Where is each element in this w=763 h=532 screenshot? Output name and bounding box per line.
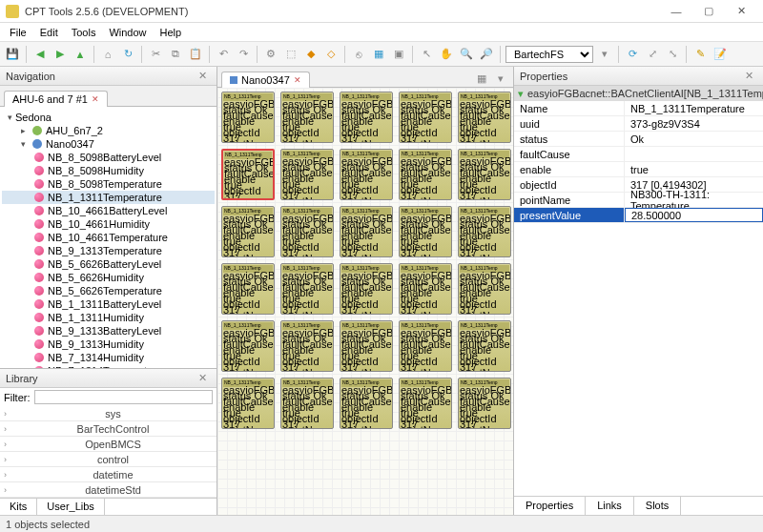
canvas-menu-icon[interactable]: ▾ xyxy=(492,70,509,87)
library-item[interactable]: ›OpenBMCS xyxy=(0,437,217,452)
menu-help[interactable]: Help xyxy=(155,25,188,40)
canvas-block[interactable]: NB_1_1311TempeasyioFGBacnet::BAstatus Ok… xyxy=(221,320,275,372)
canvas-block[interactable]: NB_1_1311TempeasyioFGBacnet::BAstatus Ok… xyxy=(340,149,393,200)
close-button[interactable]: ✕ xyxy=(725,1,757,22)
tree-item[interactable]: NB_10_4661Humidity xyxy=(2,217,215,231)
pointer-icon[interactable]: ↖ xyxy=(418,46,435,63)
canvas-block[interactable]: NB_1_1311TempeasyioFGBacnet::BAstatus Ok… xyxy=(280,92,334,143)
property-value[interactable] xyxy=(625,147,763,161)
note-icon[interactable]: 📝 xyxy=(711,46,729,63)
canvas-block[interactable]: NB_1_1311TempeasyioFGBacnet::BAstatus Ok… xyxy=(340,320,393,372)
tree-item[interactable]: NB_9_1313Humidity xyxy=(2,338,215,351)
home-icon[interactable]: ⌂ xyxy=(99,46,116,63)
canvas-block[interactable]: NB_1_1311TempeasyioFGBacnet::BAstatus Ok… xyxy=(221,206,275,257)
menu-edit[interactable]: Edit xyxy=(34,25,64,40)
canvas-block[interactable]: NB_1_1311TempeasyioFGBacnet::BAstatus Ok… xyxy=(280,149,334,200)
canvas-block[interactable]: NB_1_1311TempeasyioFGBacnet::BAstatus Ok… xyxy=(399,149,452,200)
tree-item[interactable]: NB_7_1314Humidity xyxy=(2,351,215,364)
link-icon[interactable]: ⎋ xyxy=(350,46,367,63)
property-value[interactable]: Ok xyxy=(625,132,763,146)
canvas-block[interactable]: NB_1_1311TempeasyioFGBacnet::BAstatus Ok… xyxy=(458,263,511,315)
menu-tools[interactable]: Tools xyxy=(66,25,102,40)
canvas-block[interactable]: NB_1_1311TempeasyioFGBacnet::BAstatus Ok… xyxy=(458,378,511,429)
tool-icon[interactable]: ⚙ xyxy=(262,46,279,63)
canvas-tab-close-icon[interactable]: ✕ xyxy=(294,75,301,85)
property-row[interactable]: pointNameNB300-TH-1311: Temperature xyxy=(514,193,763,208)
tree-item[interactable]: NB_10_4661Temperature xyxy=(2,231,215,244)
tree-item[interactable]: NB_1_1311Humidity xyxy=(2,311,215,324)
property-row[interactable]: presentValue28.500000 xyxy=(514,208,763,223)
copy-icon[interactable]: ⧉ xyxy=(167,46,184,63)
tool4-icon[interactable]: ◇ xyxy=(322,46,340,63)
tree-item[interactable]: NB_5_6626Humidity xyxy=(2,271,215,284)
up-icon[interactable]: ▲ xyxy=(72,46,89,63)
undo-icon[interactable]: ↶ xyxy=(215,46,232,63)
maximize-button[interactable]: ▢ xyxy=(692,1,725,22)
canvas-area[interactable]: NB_1_1311TempeasyioFGBacnet::BAstatus Ok… xyxy=(217,88,513,515)
canvas-block[interactable]: NB_1_1311TempeasyioFGBacnet::BAstatus Ok… xyxy=(399,206,452,257)
tree-item[interactable]: NB_1_1311BatteryLevel xyxy=(2,297,215,311)
canvas-block[interactable]: NB_1_1311TempeasyioFGBacnet::BAstatus Ok… xyxy=(280,206,334,257)
canvas-block[interactable]: NB_1_1311TempeasyioFGBacnet::BAstatus Ok… xyxy=(458,149,511,200)
property-row[interactable]: uuid373-g8z9V3S4 xyxy=(514,116,763,132)
tree-item[interactable]: NB_8_5098Humidity xyxy=(2,164,215,177)
canvas-block[interactable]: NB_1_1311TempeasyioFGBacnet::BAstatus Ok… xyxy=(458,206,511,257)
forward-icon[interactable]: ▶ xyxy=(52,46,69,63)
property-value[interactable]: NB300-TH-1311: Temperature xyxy=(625,193,763,207)
canvas-block[interactable]: NB_1_1311TempeasyioFGBacnet::BAstatus Ok… xyxy=(399,378,452,429)
zoomin-icon[interactable]: 🔍 xyxy=(458,46,475,63)
chart-icon[interactable]: ▦ xyxy=(370,46,387,63)
canvas-block[interactable]: NB_1_1311TempeasyioFGBacnet::BAstatus Ok… xyxy=(280,320,334,372)
property-row[interactable]: faultCause xyxy=(514,147,763,162)
canvas-block[interactable]: NB_1_1311TempeasyioFGBacnet::BAstatus Ok… xyxy=(399,92,452,143)
properties-close-icon[interactable]: ✕ xyxy=(741,70,757,82)
redo-icon[interactable]: ↷ xyxy=(235,46,252,63)
canvas-block[interactable]: NB_1_1311TempeasyioFGBacnet::BAstatus Ok… xyxy=(221,378,275,429)
nav-close-icon[interactable]: ✕ xyxy=(195,70,211,82)
canvas-block[interactable]: NB_1_1311TempeasyioFGBacnet::BAstatus Ok… xyxy=(340,263,393,315)
dd-icon[interactable]: ▾ xyxy=(596,46,613,63)
library-item[interactable]: ›datetime xyxy=(0,467,217,482)
save-icon[interactable]: 💾 xyxy=(4,46,21,63)
property-value[interactable]: 28.500000 xyxy=(625,208,763,222)
hand-icon[interactable]: ✋ xyxy=(438,46,455,63)
expand-icon[interactable]: ⤢ xyxy=(644,46,661,63)
tool3-icon[interactable]: ◆ xyxy=(302,46,320,63)
property-value[interactable]: 373-g8z9V3S4 xyxy=(625,116,763,131)
canvas-block[interactable]: NB_1_1311TempeasyioFGBacnet::BAstatus Ok… xyxy=(221,149,275,200)
cut-icon[interactable]: ✂ xyxy=(147,46,164,63)
prop-tab-links[interactable]: Links xyxy=(586,497,634,515)
tree-item[interactable]: NB_9_1313BatteryLevel xyxy=(2,324,215,338)
library-tab-userlibs[interactable]: User_Libs xyxy=(37,499,105,515)
property-value[interactable]: true xyxy=(625,162,763,176)
tree-item[interactable]: NB_5_6626Temperature xyxy=(2,284,215,297)
canvas-block[interactable]: NB_1_1311TempeasyioFGBacnet::BAstatus Ok… xyxy=(280,378,334,429)
canvas-block[interactable]: NB_1_1311TempeasyioFGBacnet::BAstatus Ok… xyxy=(340,206,393,257)
canvas-block[interactable]: NB_1_1311TempeasyioFGBacnet::BAstatus Ok… xyxy=(458,92,511,143)
canvas-block[interactable]: NB_1_1311TempeasyioFGBacnet::BAstatus Ok… xyxy=(340,92,393,143)
canvas-block[interactable]: NB_1_1311TempeasyioFGBacnet::BAstatus Ok… xyxy=(280,263,334,315)
canvas-block[interactable]: NB_1_1311TempeasyioFGBacnet::BAstatus Ok… xyxy=(221,92,275,143)
library-tab-kits[interactable]: Kits xyxy=(0,499,37,515)
back-icon[interactable]: ◀ xyxy=(31,46,49,63)
library-item[interactable]: ›datetimeStd xyxy=(0,482,217,498)
prop-tab-slots[interactable]: Slots xyxy=(634,497,681,515)
tree-item[interactable]: NB_9_1313Temperature xyxy=(2,244,215,257)
edit-icon[interactable]: ✎ xyxy=(691,46,709,63)
tree-item[interactable]: NB_10_4661BatteryLevel xyxy=(2,204,215,217)
canvas-grid-icon[interactable]: ▦ xyxy=(473,70,490,87)
canvas-block[interactable]: NB_1_1311TempeasyioFGBacnet::BAstatus Ok… xyxy=(340,378,393,429)
device-combo[interactable]: BartechFS xyxy=(505,46,593,63)
box-icon[interactable]: ▣ xyxy=(390,46,407,63)
tree-group[interactable]: ▸ AHU_6n7_2 xyxy=(2,124,215,137)
tree-nano[interactable]: ▾ Nano0347 xyxy=(2,137,215,151)
filter-input[interactable] xyxy=(34,390,214,404)
minimize-button[interactable]: — xyxy=(660,1,692,22)
library-close-icon[interactable]: ✕ xyxy=(195,372,211,384)
library-item[interactable]: ›control xyxy=(0,452,217,467)
property-value[interactable]: NB_1_1311Temperature xyxy=(625,101,763,115)
nav-tab-close-icon[interactable]: ✕ xyxy=(92,94,99,104)
canvas-block[interactable]: NB_1_1311TempeasyioFGBacnet::BAstatus Ok… xyxy=(221,263,275,315)
collapse-icon[interactable]: ⤡ xyxy=(664,46,681,63)
refresh-icon[interactable]: ↻ xyxy=(119,46,136,63)
